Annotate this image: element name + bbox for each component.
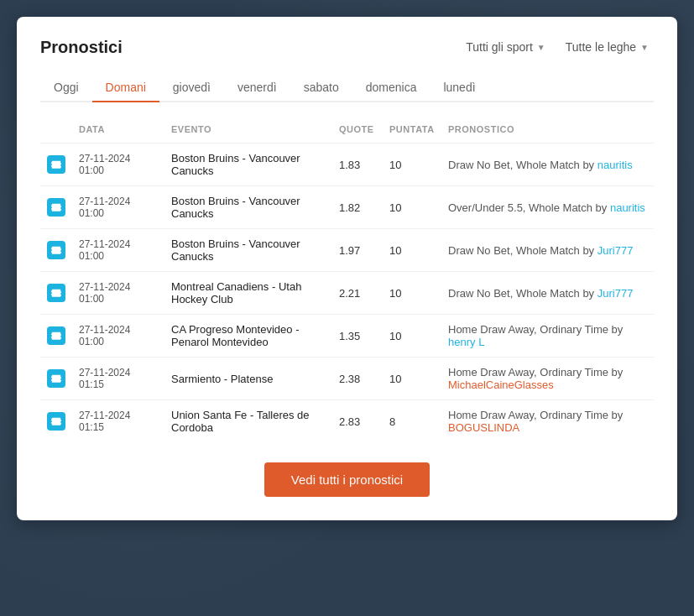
- pronostici-table: DATA EVENTO QUOTE PUNTATA PRONOSTICO 27-…: [40, 119, 654, 442]
- table-row: 27-11-202401:15Sarmiento - Platense2.381…: [40, 358, 654, 400]
- page-title: Pronostici: [40, 38, 123, 57]
- sport-filter-button[interactable]: Tutti gli sport ▼: [461, 37, 551, 57]
- col-evento: EVENTO: [164, 119, 332, 144]
- ticket-icon: [47, 155, 65, 174]
- tab-sabato[interactable]: sabato: [290, 74, 352, 102]
- row-date: 27-11-202401:00: [72, 315, 164, 358]
- row-date: 27-11-202401:15: [72, 400, 164, 443]
- row-quote: 1.97: [332, 229, 383, 272]
- row-pronostico: Over/Under 5.5, Whole Match by nauritis: [441, 186, 654, 229]
- row-event: Montreal Canadiens - Utah Hockey Club: [164, 272, 332, 315]
- tab-domani[interactable]: Domani: [92, 74, 159, 102]
- row-date: 27-11-202401:00: [72, 144, 164, 186]
- row-puntata: 10: [383, 186, 441, 229]
- row-puntata: 10: [383, 358, 441, 400]
- row-date: 27-11-202401:15: [72, 358, 164, 400]
- col-pronostico: PRONOSTICO: [441, 119, 654, 144]
- row-event: Union Santa Fe - Talleres de Cordoba: [164, 400, 332, 443]
- main-card: Pronostici Tutti gli sport ▼ Tutte le le…: [17, 17, 677, 520]
- row-date: 27-11-202401:00: [72, 272, 164, 315]
- row-icon-cell: [40, 358, 72, 400]
- user-link[interactable]: MichaelCaineGlasses: [448, 378, 554, 391]
- pronostico-text: Draw No Bet, Whole Match by: [448, 287, 597, 300]
- table-row: 27-11-202401:00CA Progreso Montevideo - …: [40, 315, 654, 358]
- sport-filter-label: Tutti gli sport: [466, 40, 533, 54]
- ticket-icon: [47, 412, 65, 431]
- league-filter-label: Tutte le leghe: [566, 40, 636, 54]
- ticket-icon: [47, 369, 65, 388]
- row-icon-cell: [40, 186, 72, 229]
- row-quote: 1.83: [332, 144, 383, 186]
- row-date: 27-11-202401:00: [72, 229, 164, 272]
- row-puntata: 10: [383, 272, 441, 315]
- tab-domenica[interactable]: domenica: [352, 74, 430, 102]
- row-pronostico: Home Draw Away, Ordinary Time by Michael…: [441, 358, 654, 400]
- row-event: Boston Bruins - Vancouver Canucks: [164, 229, 332, 272]
- ticket-icon: [47, 284, 65, 302]
- table-row: 27-11-202401:00Boston Bruins - Vancouver…: [40, 144, 654, 186]
- row-puntata: 10: [383, 229, 441, 272]
- pronostico-text: Home Draw Away, Ordinary Time by: [448, 366, 623, 378]
- row-icon-cell: [40, 144, 72, 186]
- col-data: DATA: [72, 119, 164, 144]
- table-row: 27-11-202401:00Boston Bruins - Vancouver…: [40, 229, 654, 272]
- table-row: 27-11-202401:00Montreal Canadiens - Utah…: [40, 272, 654, 315]
- row-icon-cell: [40, 315, 72, 358]
- row-puntata: 10: [383, 144, 441, 186]
- row-quote: 2.21: [332, 272, 383, 315]
- tab-giovedi[interactable]: giovedì: [159, 74, 224, 102]
- user-link[interactable]: nauritis: [597, 159, 633, 171]
- row-icon-cell: [40, 400, 72, 443]
- ticket-icon: [47, 241, 65, 259]
- row-quote: 1.82: [332, 186, 383, 229]
- header-filters: Tutti gli sport ▼ Tutte le leghe ▼: [461, 37, 654, 57]
- col-icon: [40, 119, 72, 144]
- tabs-bar: Oggi Domani giovedì venerdì sabato domen…: [40, 74, 654, 102]
- row-pronostico: Home Draw Away, Ordinary Time by henry L: [441, 315, 654, 358]
- row-quote: 1.35: [332, 315, 383, 358]
- row-date: 27-11-202401:00: [72, 186, 164, 229]
- row-event: CA Progreso Montevideo - Penarol Montevi…: [164, 315, 332, 358]
- pronostico-text: Draw No Bet, Whole Match by: [448, 244, 597, 257]
- row-pronostico: Draw No Bet, Whole Match by nauritis: [441, 144, 654, 186]
- sport-filter-arrow-icon: ▼: [537, 43, 545, 52]
- ticket-icon: [47, 326, 65, 345]
- tab-venerdi[interactable]: venerdì: [224, 74, 290, 102]
- table-row: 27-11-202401:15Union Santa Fe - Talleres…: [40, 400, 654, 443]
- pronostico-text: Home Draw Away, Ordinary Time by: [448, 409, 623, 421]
- row-icon-cell: [40, 272, 72, 315]
- row-pronostico: Home Draw Away, Ordinary Time by BOGUSLI…: [441, 400, 654, 443]
- user-link[interactable]: Juri777: [597, 244, 634, 257]
- row-puntata: 8: [383, 400, 441, 443]
- row-event: Boston Bruins - Vancouver Canucks: [164, 186, 332, 229]
- table-row: 27-11-202401:00Boston Bruins - Vancouver…: [40, 186, 654, 229]
- row-pronostico: Draw No Bet, Whole Match by Juri777: [441, 272, 654, 315]
- col-quote: QUOTE: [332, 119, 383, 144]
- col-puntata: PUNTATA: [383, 119, 441, 144]
- card-header: Pronostici Tutti gli sport ▼ Tutte le le…: [40, 37, 654, 57]
- pronostico-text: Draw No Bet, Whole Match by: [448, 159, 597, 171]
- row-event: Sarmiento - Platense: [164, 358, 332, 400]
- user-link[interactable]: henry L: [448, 336, 484, 348]
- user-link[interactable]: Juri777: [597, 287, 634, 300]
- ticket-icon: [47, 198, 65, 217]
- tab-lunedi[interactable]: lunedì: [430, 74, 488, 102]
- league-filter-arrow-icon: ▼: [640, 43, 649, 52]
- row-puntata: 10: [383, 315, 441, 358]
- user-link[interactable]: nauritis: [610, 201, 645, 214]
- user-link[interactable]: BOGUSLINDA: [448, 421, 519, 434]
- row-quote: 2.38: [332, 358, 383, 400]
- league-filter-button[interactable]: Tutte le leghe ▼: [561, 37, 654, 57]
- row-quote: 2.83: [332, 400, 383, 443]
- view-all-button[interactable]: Vedi tutti i pronostici: [264, 462, 430, 497]
- row-pronostico: Draw No Bet, Whole Match by Juri777: [441, 229, 654, 272]
- tab-oggi[interactable]: Oggi: [40, 74, 92, 102]
- row-event: Boston Bruins - Vancouver Canucks: [164, 144, 332, 186]
- pronostico-text: Over/Under 5.5, Whole Match by: [448, 201, 610, 214]
- pronostico-text: Home Draw Away, Ordinary Time by: [448, 323, 623, 336]
- row-icon-cell: [40, 229, 72, 272]
